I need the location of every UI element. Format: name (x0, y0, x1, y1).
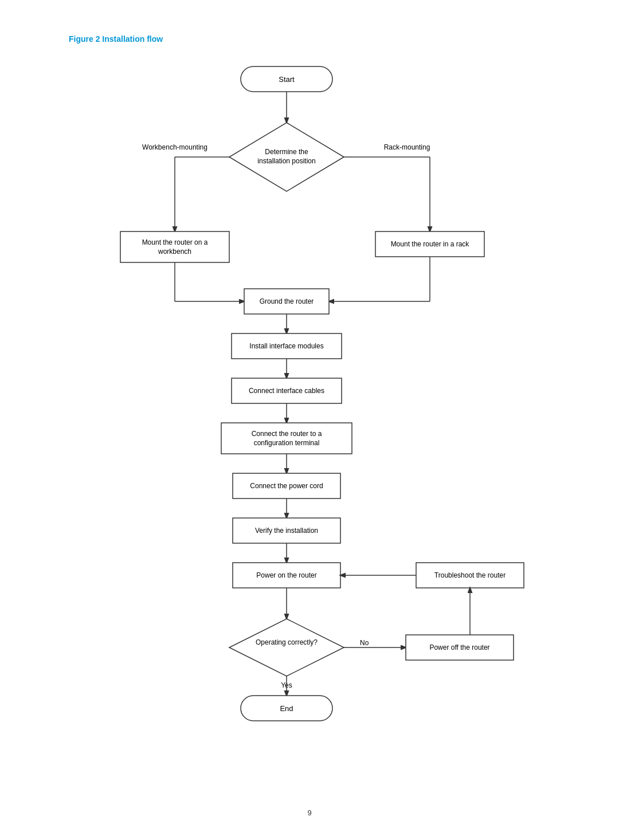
flowchart: Start Determine the installation positio… (86, 61, 556, 739)
svg-rect-21 (221, 423, 352, 454)
page-number: 9 (307, 808, 311, 817)
end-node: End (280, 704, 293, 713)
connect-power-node: Connect the power cord (250, 482, 323, 490)
svg-text:workbench: workbench (158, 248, 191, 256)
operating-node: Operating correctly? (256, 638, 318, 646)
determine-node: Determine the (265, 148, 308, 156)
verify-node: Verify the installation (255, 527, 318, 535)
mount-workbench-node: Mount the router on a (142, 238, 208, 246)
install-modules-node: Install interface modules (249, 342, 323, 350)
svg-text:installation position: installation position (257, 157, 315, 165)
start-node: Start (279, 75, 295, 84)
svg-rect-6 (120, 231, 229, 262)
svg-text:configuration terminal: configuration terminal (254, 439, 320, 447)
mount-rack-node: Mount the router in a rack (391, 240, 470, 248)
page: Figure 2 Installation flow Start Determi… (0, 0, 619, 840)
connect-cables-node: Connect interface cables (249, 387, 324, 395)
no-label: No (360, 639, 369, 647)
power-off-node: Power off the router (429, 643, 489, 651)
ground-node: Ground the router (260, 297, 314, 305)
power-on-node: Power on the router (256, 571, 316, 579)
figure-title: Figure 2 Installation flow (69, 34, 573, 44)
rack-label: Rack-mounting (384, 143, 430, 151)
workbench-label: Workbench-mounting (142, 143, 207, 151)
troubleshoot-node: Troubleshoot the router (434, 571, 506, 579)
flowchart-svg: Start Determine the installation positio… (86, 61, 556, 737)
svg-marker-32 (229, 619, 344, 676)
connect-terminal-node: Connect the router to a (252, 430, 322, 438)
